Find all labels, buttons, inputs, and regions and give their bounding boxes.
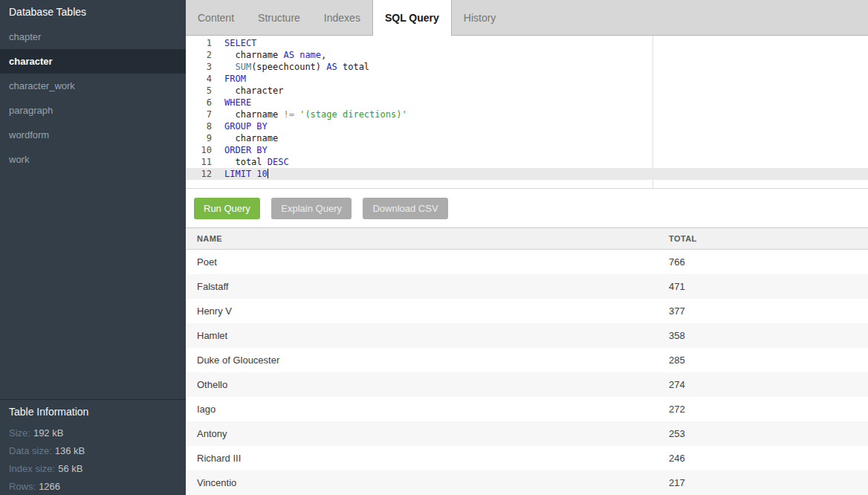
results-header-row: NAME TOTAL <box>186 227 868 250</box>
column-header-total: TOTAL <box>669 228 868 249</box>
cell-total: 377 <box>669 299 868 323</box>
table-row: Henry V377 <box>186 299 868 323</box>
table-information-title: Table Information <box>0 400 186 424</box>
cell-name: Poet <box>186 250 669 274</box>
table-row: Vincentio217 <box>186 470 868 495</box>
sidebar: Database Tables chaptercharactercharacte… <box>0 0 186 495</box>
code-lines: 1SELECT2 charname AS name,3 SUM(speechco… <box>186 37 868 180</box>
tab-bar: ContentStructureIndexesSQL QueryHistory <box>186 0 868 36</box>
table-info-label: Index size: <box>9 463 55 474</box>
code-line-12: 12LIMIT 10 <box>186 168 868 180</box>
line-number: 6 <box>186 97 212 109</box>
code-line-6: 6WHERE <box>186 97 868 109</box>
cell-name: Hamlet <box>186 323 669 348</box>
line-number: 4 <box>186 73 212 85</box>
table-information-stats: Size:192 kBData size:136 kBIndex size:56… <box>0 424 186 495</box>
code-line-10: 10ORDER BY <box>186 144 868 156</box>
line-number: 11 <box>186 156 212 168</box>
table-row: Falstaff471 <box>186 274 868 299</box>
tab-content[interactable]: Content <box>186 0 246 36</box>
cell-total: 272 <box>669 397 868 421</box>
sidebar-title: Database Tables <box>0 0 186 25</box>
code-line-3: 3 SUM(speechcount) AS total <box>186 61 868 73</box>
table-info-row: Index size:56 kB <box>0 460 186 478</box>
cell-total: 274 <box>669 372 868 397</box>
cell-name: Duke of Gloucester <box>186 348 669 372</box>
sidebar-item-paragraph[interactable]: paragraph <box>0 98 186 123</box>
table-row: Othello274 <box>186 372 868 397</box>
table-info-row: Data size:136 kB <box>0 442 186 460</box>
code-text: charname <box>212 132 278 144</box>
cell-total: 285 <box>669 348 868 372</box>
code-text: SELECT <box>212 37 256 49</box>
cell-name: Vincentio <box>186 470 669 495</box>
code-line-1: 1SELECT <box>186 37 868 49</box>
run-query-button[interactable]: Run Query <box>194 198 260 219</box>
sidebar-item-wordform[interactable]: wordform <box>0 123 186 147</box>
table-info-value: 56 kB <box>58 463 82 474</box>
line-number: 8 <box>186 120 212 132</box>
table-row: Duke of Gloucester285 <box>186 348 868 372</box>
line-number: 9 <box>186 132 212 144</box>
cell-name: Antony <box>186 421 669 446</box>
table-list: chaptercharactercharacter_workparagraphw… <box>0 25 186 172</box>
table-row: Poet766 <box>186 250 868 274</box>
sidebar-item-work[interactable]: work <box>0 147 186 172</box>
table-row: Antony253 <box>186 421 868 446</box>
table-row: Iago272 <box>186 397 868 421</box>
cell-total: 358 <box>669 323 868 348</box>
tab-history[interactable]: History <box>452 0 508 36</box>
table-row: Richard III246 <box>186 446 868 470</box>
main-panel: ContentStructureIndexesSQL QueryHistory … <box>186 0 868 495</box>
code-text: ORDER BY <box>212 144 268 156</box>
table-info-value: 192 kB <box>33 427 63 439</box>
line-number: 10 <box>186 144 212 156</box>
code-line-7: 7 charname != '(stage directions)' <box>186 109 868 120</box>
code-text: character <box>212 85 283 97</box>
cell-name: Iago <box>186 397 669 421</box>
download-csv-button[interactable]: Download CSV <box>363 198 447 219</box>
cell-name: Richard III <box>186 446 669 470</box>
code-line-8: 8GROUP BY <box>186 120 868 132</box>
code-text: GROUP BY <box>212 120 268 132</box>
cell-total: 217 <box>669 470 868 495</box>
tab-sql-query[interactable]: SQL Query <box>372 0 452 36</box>
query-toolbar: Run Query Explain Query Download CSV <box>186 189 868 227</box>
code-line-9: 9 charname <box>186 132 868 144</box>
code-text: charname != '(stage directions)' <box>212 109 407 120</box>
code-text: charname AS name, <box>212 49 326 61</box>
tab-indexes[interactable]: Indexes <box>312 0 372 36</box>
code-text: FROM <box>212 73 246 85</box>
tab-structure[interactable]: Structure <box>246 0 312 36</box>
explain-query-button[interactable]: Explain Query <box>271 198 352 219</box>
line-number: 1 <box>186 37 212 49</box>
table-row: Hamlet358 <box>186 323 868 348</box>
line-number: 5 <box>186 85 212 97</box>
line-number: 3 <box>186 61 212 73</box>
cell-name: Henry V <box>186 299 669 323</box>
table-information-panel: Table Information Size:192 kBData size:1… <box>0 399 186 495</box>
results-body: Poet766Falstaff471Henry V377Hamlet358Duk… <box>186 250 868 495</box>
code-text: SUM(speechcount) AS total <box>212 61 369 73</box>
code-line-5: 5 character <box>186 85 868 97</box>
line-number: 12 <box>186 168 212 180</box>
cell-total: 766 <box>669 250 868 274</box>
code-line-11: 11 total DESC <box>186 156 868 168</box>
cell-total: 246 <box>669 446 868 470</box>
code-text: total DESC <box>212 156 289 168</box>
table-info-value: 1266 <box>39 481 60 492</box>
cell-name: Othello <box>186 372 669 397</box>
table-info-label: Rows: <box>9 481 36 492</box>
sidebar-item-chapter[interactable]: chapter <box>0 25 186 49</box>
database-tool-window: Database Tables chaptercharactercharacte… <box>0 0 868 495</box>
sql-editor[interactable]: 1SELECT2 charname AS name,3 SUM(speechco… <box>186 36 868 189</box>
table-info-row: Size:192 kB <box>0 424 186 442</box>
line-number: 2 <box>186 49 212 61</box>
line-number: 7 <box>186 109 212 120</box>
code-text: WHERE <box>212 97 251 109</box>
cell-total: 253 <box>669 421 868 446</box>
table-info-label: Size: <box>9 427 30 439</box>
sidebar-item-character[interactable]: character <box>0 49 186 74</box>
sidebar-item-character_work[interactable]: character_work <box>0 74 186 98</box>
cell-name: Falstaff <box>186 274 669 299</box>
